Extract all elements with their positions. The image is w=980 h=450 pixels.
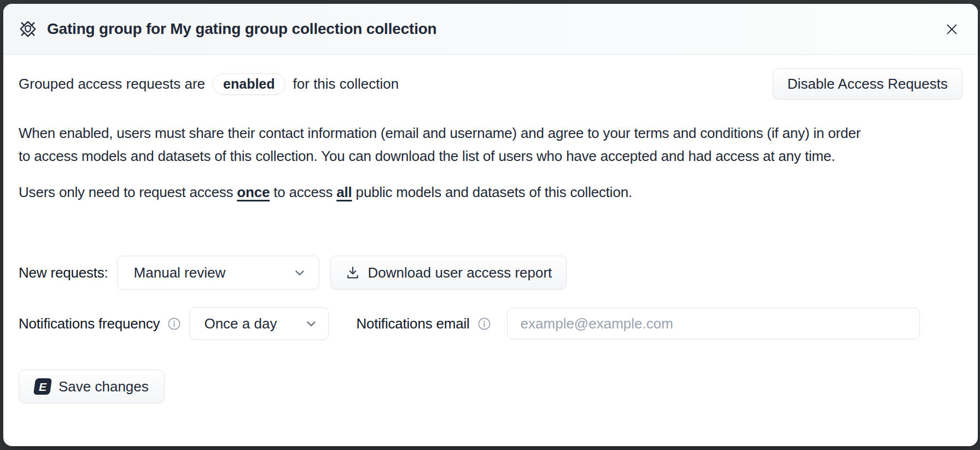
gating-group-modal: Gating group for My gating group collect…	[3, 4, 978, 446]
download-user-access-report-button[interactable]: Download user access report	[330, 256, 567, 290]
download-button-label: Download user access report	[368, 264, 552, 281]
note-text: Users only need to request access once t…	[19, 184, 962, 201]
notifications-email-input[interactable]	[507, 308, 920, 339]
save-row: E Save changes	[19, 370, 962, 403]
notifications-row: Notifications frequency Once a day Notif…	[19, 307, 962, 340]
modal-header: Gating group for My gating group collect…	[3, 4, 978, 55]
close-icon	[944, 22, 959, 37]
download-icon	[345, 265, 360, 280]
chevron-down-icon	[293, 266, 307, 280]
new-requests-row: New requests: Manual review Download use…	[19, 256, 962, 290]
status-badge: enabled	[213, 73, 285, 95]
note-emphasis-all: all	[336, 184, 352, 200]
note-part: Users only need to request access	[19, 184, 237, 200]
note-emphasis-once: once	[237, 184, 270, 200]
new-requests-label: New requests:	[19, 264, 108, 281]
enterprise-icon: E	[33, 378, 52, 395]
close-button[interactable]	[941, 18, 962, 40]
save-changes-button[interactable]: E Save changes	[19, 370, 165, 403]
new-requests-select[interactable]: Manual review	[117, 256, 319, 290]
frequency-selected-value: Once a day	[204, 315, 277, 332]
email-info-icon[interactable]	[477, 316, 492, 331]
status-suffix: for this collection	[293, 76, 399, 93]
status-text: Grouped access requests are enabled for …	[19, 73, 399, 95]
frequency-info-icon[interactable]	[167, 316, 182, 331]
gated-icon	[19, 20, 37, 38]
chevron-down-icon	[304, 316, 318, 331]
notifications-frequency-label: Notifications frequency	[19, 315, 160, 332]
save-button-label: Save changes	[59, 378, 149, 395]
disable-access-requests-button[interactable]: Disable Access Requests	[773, 68, 962, 100]
modal-title: Gating group for My gating group collect…	[47, 20, 437, 38]
description-text: When enabled, users must share their con…	[19, 122, 861, 168]
modal-body: Grouped access requests are enabled for …	[3, 55, 978, 403]
notifications-email-label: Notifications email	[356, 315, 469, 332]
status-prefix: Grouped access requests are	[19, 76, 205, 93]
note-part: to access	[270, 184, 336, 200]
notifications-frequency-select[interactable]: Once a day	[189, 307, 329, 340]
status-row: Grouped access requests are enabled for …	[19, 68, 962, 100]
new-requests-selected-value: Manual review	[134, 264, 226, 281]
note-part: public models and datasets of this colle…	[352, 184, 632, 200]
